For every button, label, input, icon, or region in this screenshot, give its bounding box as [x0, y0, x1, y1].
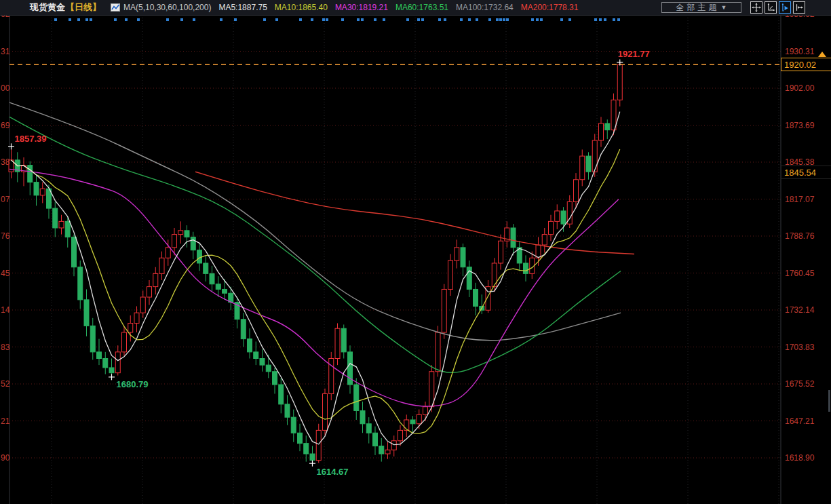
ma30-value: MA30:1819.21: [335, 3, 388, 12]
price-label: 1930.31: [785, 47, 814, 56]
price-label: 1788.76: [785, 231, 814, 241]
themes-dropdown[interactable]: 全部主题 ▼: [661, 2, 741, 13]
axis-scale-active-icon: [780, 3, 790, 12]
caret-down-icon: ▼: [721, 4, 727, 11]
period-label[interactable]: 【日线】: [66, 1, 101, 14]
left-price-axis: 62310069380776451483522190: [0, 0, 9, 504]
ma-line-ma10: [12, 149, 620, 433]
shift-chart-button[interactable]: [793, 1, 805, 14]
price-label: 1703.83: [785, 343, 814, 352]
left-price-label: 14: [1, 305, 9, 315]
legend-bar: 现货黄金 【日线】 MA(5,10,30,60,100,200) MA5:188…: [0, 1, 578, 14]
extreme-price-label: 1680.79: [117, 379, 149, 389]
left-price-label: 07: [1, 195, 9, 204]
left-price-label: 38: [1, 157, 9, 167]
ma200-value: MA200:1778.31: [521, 3, 579, 12]
left-price-label: 52: [1, 379, 9, 389]
price-label: 1618.90: [785, 453, 814, 463]
grid-lines: [9, 14, 781, 504]
toolbar: 全部主题 ▼: [661, 1, 831, 14]
price-label: 1647.21: [785, 416, 814, 426]
themes-label: 全部主题: [676, 2, 720, 14]
extreme-price-label: 1857.39: [15, 134, 47, 144]
left-price-label: 00: [1, 83, 9, 93]
candles: [9, 62, 622, 463]
shift-right-icon: [794, 3, 804, 12]
left-price-label: 90: [1, 453, 9, 463]
ma10-value: MA10:1865.40: [275, 3, 328, 12]
ma-line-ma60: [9, 117, 621, 372]
ma100-value: MA100:1732.64: [456, 3, 514, 12]
candlestick-chart[interactable]: 1857.391921.771680.791614.67: [0, 0, 831, 504]
ma-lines: [9, 102, 634, 444]
left-price-label: 45: [1, 269, 9, 278]
event-dots: [54, 18, 620, 21]
price-label: 1873.69: [785, 121, 814, 130]
left-price-label: 83: [1, 343, 9, 352]
price-label: 1902.00: [785, 83, 814, 93]
axis-scale-icon: [766, 3, 775, 12]
trading-app-window: 现货黄金 【日线】 MA(5,10,30,60,100,200) MA5:188…: [0, 0, 831, 504]
instrument-title: 现货黄金: [30, 1, 65, 14]
left-price-label: 69: [1, 121, 9, 130]
left-price-label: 31: [1, 47, 9, 56]
extreme-price-label: 1614.67: [317, 467, 349, 477]
right-axis-tool-button[interactable]: [779, 1, 791, 14]
pan-tool-button[interactable]: [750, 1, 762, 14]
left-axis-tool-button[interactable]: [765, 1, 777, 14]
ma-line-ma100: [9, 102, 621, 341]
current-price-box: 1920.02: [781, 58, 831, 71]
left-price-label: 21: [1, 416, 9, 426]
ma60-value: MA60:1763.51: [395, 3, 448, 12]
price-label: 1732.14: [785, 305, 814, 315]
chart-header: 现货黄金 【日线】 MA(5,10,30,60,100,200) MA5:188…: [0, 0, 831, 16]
move-icon: [752, 3, 761, 12]
right-price-axis[interactable]: 1958.621930.311902.001873.691845.381817.…: [781, 0, 831, 504]
price-label: 1817.07: [785, 195, 814, 204]
cost-price-box: 1845.54: [781, 166, 831, 179]
ma5-value: MA5:1887.75: [218, 3, 267, 12]
chart-type-icon[interactable]: [111, 3, 120, 12]
scrollbar-thumb[interactable]: [828, 390, 830, 412]
price-label: 1675.52: [785, 379, 814, 389]
current-price-value: 1920.02: [784, 60, 816, 70]
left-price-label: 76: [1, 231, 9, 241]
cost-price-value: 1845.54: [784, 168, 816, 178]
annotations: 1857.391921.771680.791614.67: [8, 49, 650, 477]
extreme-price-label: 1921.77: [618, 49, 650, 59]
price-up-arrow-icon: [818, 52, 826, 57]
price-label: 1760.45: [785, 269, 814, 278]
ma-params-label: MA(5,10,30,60,100,200): [123, 3, 211, 12]
